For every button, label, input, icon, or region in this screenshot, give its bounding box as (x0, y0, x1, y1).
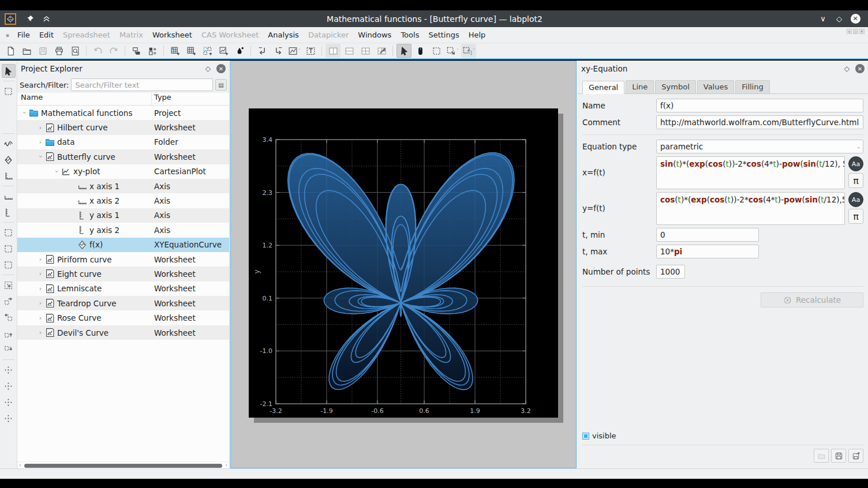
auto-scale-button[interactable] (2, 363, 16, 377)
new-cartesian-plot-button[interactable]: ˅ (287, 44, 302, 58)
menu-windows[interactable]: Windows (353, 28, 396, 42)
dropdown-arrow-icon[interactable]: ˅ (298, 48, 301, 53)
navigate-mode-button[interactable] (413, 44, 428, 58)
select-mode-button[interactable] (396, 44, 411, 58)
tree-row-butterfly-curve[interactable]: ›Butterfly curveWorksheet (17, 149, 229, 164)
tab-filling[interactable]: Filling (735, 80, 769, 93)
tree-expander-icon[interactable]: › (37, 314, 44, 322)
plot-select-mode-button[interactable] (2, 64, 16, 78)
filter-options-button[interactable]: ▤ (215, 79, 227, 91)
auto-scale-x-button[interactable] (2, 379, 16, 393)
split-vertical-button[interactable] (326, 44, 341, 58)
float-dock-icon[interactable]: ◇ (844, 65, 850, 73)
new-spreadsheet-button[interactable] (167, 44, 182, 58)
worksheet-page[interactable]: 3.42.31.20.1-1.0-2.1-3.2-1.9-0.60.61.93.… (249, 108, 558, 418)
undo-button[interactable] (90, 44, 105, 58)
tab-values[interactable]: Values (697, 80, 734, 93)
tree-row-f-x-[interactable]: f(x)XYEquationCurve (17, 238, 229, 252)
close-panel-icon[interactable]: ✕ (216, 64, 226, 73)
y-insert-constant-button[interactable]: π (848, 209, 863, 224)
tree-row-teardrop-curve[interactable]: ›Teardrop CurveWorksheet (17, 296, 229, 310)
name-field[interactable]: f(x) (656, 99, 863, 112)
dropdown-arrow-icon[interactable]: ˅ (473, 48, 475, 53)
t-min-input[interactable]: 0 (656, 228, 759, 242)
scrollbar-thumb[interactable] (24, 464, 222, 468)
tree-expander-icon[interactable]: › (53, 168, 61, 175)
resize-horizontal-button[interactable] (2, 100, 16, 114)
print-button[interactable] (51, 44, 66, 58)
x-insert-constant-button[interactable]: π (848, 173, 863, 188)
menu-settings[interactable]: Settings (424, 28, 463, 42)
tree-expander-icon[interactable]: › (37, 329, 44, 336)
shade-window-button[interactable]: ∨ (817, 13, 829, 25)
tree-expander-icon[interactable]: › (37, 299, 44, 307)
search-filter-input[interactable] (71, 78, 213, 91)
tree-row-data[interactable]: ›dataFolder (17, 135, 229, 149)
menu-tools[interactable]: Tools (396, 28, 424, 42)
shift-right-x-button[interactable] (2, 294, 16, 308)
add-x-axis-button[interactable] (2, 189, 16, 203)
window-titlebar[interactable]: Mathematical functions - [Butterfly curv… (0, 10, 868, 27)
import-button[interactable] (255, 44, 270, 58)
close-dock-icon[interactable]: ✕ (855, 64, 865, 73)
t-max-input[interactable]: 10*pi (656, 245, 759, 258)
menu-worksheet[interactable]: Worksheet (148, 28, 197, 42)
x-insert-function-button[interactable]: Aa (848, 156, 863, 171)
export-button[interactable] (271, 44, 286, 58)
float-window-button[interactable]: ◇ (833, 13, 845, 25)
y-equation-input[interactable]: cos(t)*(exp(cos(t))-2*cos(4*t)-pow(sin(t… (656, 192, 845, 225)
column-header-type[interactable]: Type (152, 93, 229, 105)
layout-edit-button[interactable] (374, 44, 389, 58)
number-of-points-spinbox[interactable]: 1000 (656, 265, 685, 279)
save-template-button[interactable] (831, 449, 846, 463)
resize-vertical-button[interactable] (2, 117, 16, 130)
tree-row-eight-curve[interactable]: ›Eight curveWorksheet (17, 266, 229, 281)
select-region-button[interactable] (2, 84, 16, 98)
app-icon[interactable] (5, 13, 16, 25)
add-axis-button[interactable] (2, 169, 16, 183)
float-panel-icon[interactable]: ◇ (205, 65, 211, 73)
shift-left-x-button[interactable] (2, 310, 16, 324)
new-plot-button[interactable] (216, 44, 231, 58)
auto-scale-all-button[interactable] (2, 411, 16, 425)
tree-expander-icon[interactable]: › (37, 124, 44, 132)
zoom-tool-button[interactable]: ˅ (445, 44, 460, 58)
worksheet-view[interactable]: 3.42.31.20.1-1.0-2.1-3.2-1.9-0.60.61.93.… (230, 61, 577, 468)
zoom-select-mode-button[interactable] (429, 44, 444, 58)
tab-general[interactable]: General (582, 81, 624, 94)
tree-row-hilbert-curve[interactable]: ›Hilbert curveWorksheet (17, 120, 229, 134)
tree-row-devil-s-curve[interactable]: ›Devil's CurveWorksheet (17, 325, 229, 340)
layout-grid-button[interactable] (358, 44, 373, 58)
zoom-fit-selection-button[interactable] (2, 278, 16, 292)
add-equation-curve-button[interactable] (2, 153, 16, 167)
zoom-in-selection-button[interactable] (2, 226, 16, 239)
visible-checkbox[interactable] (582, 433, 589, 440)
dropdown-arrow-icon[interactable]: ˅ (457, 48, 459, 53)
tree-row-x-axis-1[interactable]: x axis 1Axis (17, 179, 229, 193)
save-as-template-button[interactable] (848, 449, 863, 463)
dock-close-mini-icon[interactable]: ✕ (859, 29, 865, 34)
new-folder-button[interactable] (129, 44, 144, 58)
keep-above-icon[interactable] (40, 13, 53, 25)
auto-scale-y-button[interactable] (2, 395, 16, 409)
tab-symbol[interactable]: Symbol (655, 80, 695, 93)
close-window-button[interactable]: ✕ (849, 13, 862, 25)
new-matrix-button[interactable] (184, 44, 199, 58)
dock-shade-mini-icon[interactable]: ∨ (847, 29, 852, 34)
new-document-button[interactable] (3, 44, 18, 58)
recalculate-button[interactable]: Recalculate (761, 292, 863, 307)
load-template-button[interactable] (814, 449, 829, 463)
y-insert-function-button[interactable]: Aa (848, 192, 863, 207)
new-workbook-button[interactable] (145, 44, 160, 58)
add-text-label-button[interactable] (303, 44, 318, 58)
zoom-one-button[interactable]: ˅ (461, 44, 476, 58)
menu-file[interactable]: File (13, 28, 35, 42)
redo-button[interactable] (106, 44, 121, 58)
shift-up-y-button[interactable] (2, 326, 16, 340)
horizontal-scrollbar[interactable]: ‹ › (17, 461, 229, 468)
equation-type-dropdown[interactable]: parametric (656, 140, 863, 153)
tree-expander-icon[interactable]: › (37, 138, 44, 146)
tree-column-headers[interactable]: Name Type (17, 93, 229, 106)
open-project-button[interactable] (19, 44, 34, 58)
tree-expander-icon[interactable]: › (37, 256, 44, 263)
